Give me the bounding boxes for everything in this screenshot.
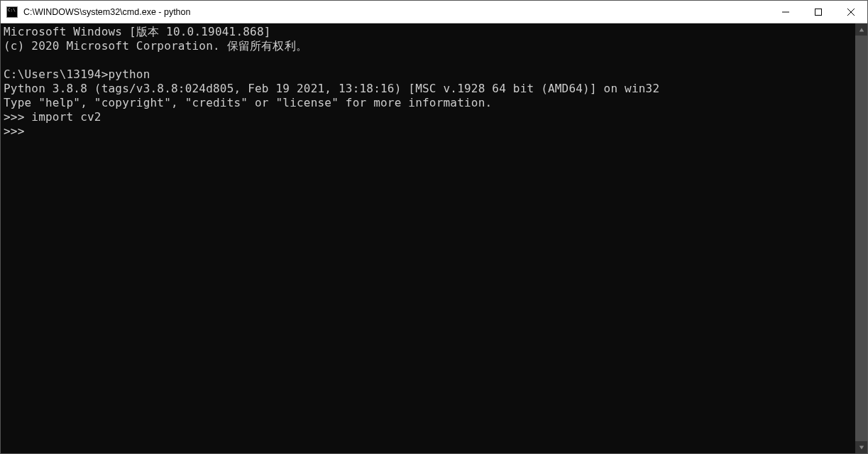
- svg-marker-5: [859, 445, 863, 449]
- cmd-icon: [6, 6, 18, 18]
- window-controls: [769, 1, 867, 23]
- minimize-button[interactable]: [769, 1, 802, 23]
- maximize-button[interactable]: [802, 1, 835, 23]
- close-button[interactable]: [835, 1, 867, 23]
- scrollbar[interactable]: [855, 23, 867, 453]
- titlebar[interactable]: C:\WINDOWS\system32\cmd.exe - python: [1, 1, 867, 23]
- scrollbar-thumb[interactable]: [855, 36, 867, 441]
- scrollbar-track[interactable]: [855, 36, 867, 441]
- scroll-up-button[interactable]: [855, 23, 867, 36]
- close-icon: [847, 9, 855, 16]
- svg-rect-1: [815, 9, 822, 15]
- chevron-up-icon: [859, 27, 864, 33]
- minimize-icon: [782, 9, 789, 16]
- svg-marker-4: [859, 28, 863, 31]
- client-area: Microsoft Windows [版本 10.0.19041.868] (c…: [1, 23, 867, 453]
- cmd-window: C:\WINDOWS\system32\cmd.exe - python Mic…: [0, 0, 868, 454]
- maximize-icon: [815, 9, 822, 16]
- terminal-output[interactable]: Microsoft Windows [版本 10.0.19041.868] (c…: [1, 23, 855, 453]
- scroll-down-button[interactable]: [855, 441, 867, 453]
- chevron-down-icon: [859, 445, 864, 450]
- window-title: C:\WINDOWS\system32\cmd.exe - python: [23, 7, 769, 17]
